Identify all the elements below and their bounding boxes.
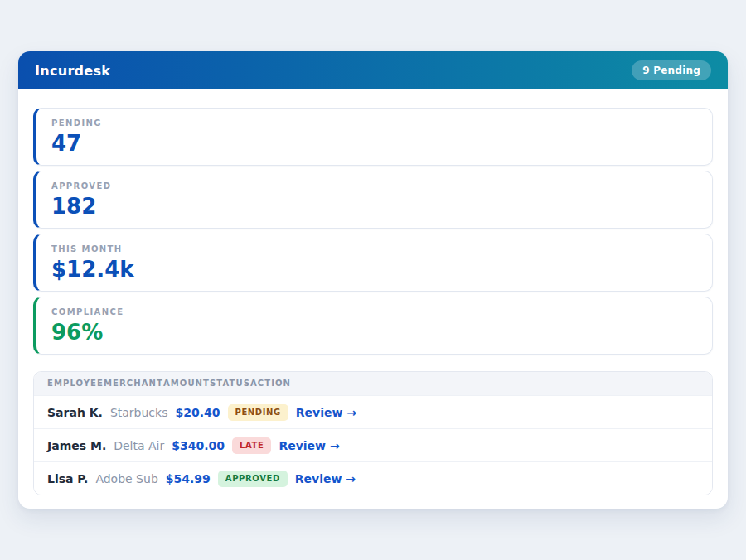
column-header: EMPLOYEE [47, 379, 104, 389]
app-panel: Incurdesk 9 Pending PENDING 47 APPROVED … [18, 51, 728, 509]
employee-name: Sarah K. [47, 406, 103, 419]
stat-value: $12.4k [51, 258, 697, 281]
merchant-name: Adobe Sub [95, 472, 157, 485]
stat-value: 47 [51, 132, 697, 155]
stat-card: APPROVED 182 [33, 171, 713, 229]
status-badge: APPROVED [218, 471, 288, 487]
table-row: James M. Delta Air $340.00 LATE Review → [34, 428, 712, 461]
status-badge: PENDING [228, 404, 288, 421]
stat-label: COMPLIANCE [51, 307, 697, 317]
stat-label: THIS MONTH [51, 244, 697, 254]
column-header: AMOUNT [163, 379, 210, 389]
table-header-row: EMPLOYEE MERCHANT AMOUNT STATUS ACTION [34, 372, 712, 395]
expenses-table: EMPLOYEE MERCHANT AMOUNT STATUS ACTION S… [33, 371, 713, 495]
column-header: ACTION [250, 379, 291, 389]
status-badge: LATE [232, 437, 271, 454]
stat-label: PENDING [51, 118, 697, 128]
column-header: MERCHANT [104, 379, 163, 389]
page: { "colors": { "page_bg": "#edf1f6", "hea… [0, 0, 746, 560]
review-link[interactable]: Review → [279, 439, 339, 452]
stat-value: 96% [51, 321, 697, 344]
stat-value: 182 [51, 195, 697, 218]
stat-card: COMPLIANCE 96% [33, 297, 713, 355]
app-header: Incurdesk 9 Pending [18, 51, 728, 89]
merchant-name: Delta Air [114, 439, 164, 452]
panel-body: PENDING 47 APPROVED 182 THIS MONTH $12.4… [18, 89, 728, 509]
table-body: Sarah K. Starbucks $20.40 PENDING Review… [34, 395, 712, 495]
review-link[interactable]: Review → [295, 472, 356, 485]
app-title: Incurdesk [35, 63, 110, 79]
stat-card: THIS MONTH $12.4k [33, 234, 713, 292]
employee-name: James M. [47, 439, 106, 452]
amount-value: $20.40 [175, 406, 220, 419]
pending-count-badge: 9 Pending [632, 60, 711, 80]
review-link[interactable]: Review → [296, 406, 356, 419]
stat-label: APPROVED [51, 181, 697, 191]
table-row: Sarah K. Starbucks $20.40 PENDING Review… [34, 395, 712, 428]
employee-name: Lisa P. [47, 472, 88, 485]
stat-card: PENDING 47 [33, 108, 713, 166]
amount-value: $54.99 [166, 472, 211, 485]
column-header: STATUS [210, 379, 250, 389]
amount-value: $340.00 [172, 439, 225, 452]
stats-list: PENDING 47 APPROVED 182 THIS MONTH $12.4… [33, 108, 713, 355]
merchant-name: Starbucks [110, 406, 168, 419]
table-row: Lisa P. Adobe Sub $54.99 APPROVED Review… [34, 461, 712, 495]
